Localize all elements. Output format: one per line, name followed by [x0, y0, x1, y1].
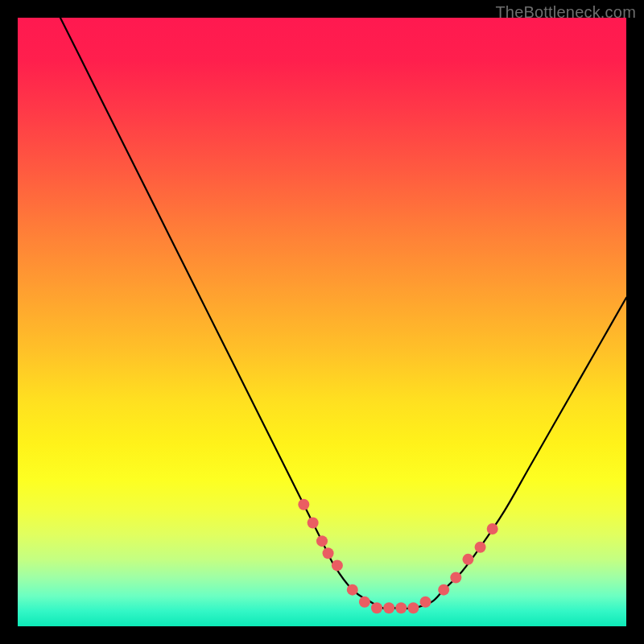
- bottleneck-curve: [60, 18, 626, 609]
- bead-marker: [371, 602, 382, 613]
- chart-stage: TheBottleneck.com: [0, 0, 644, 644]
- bead-marker: [450, 572, 461, 584]
- bead-marker: [298, 499, 309, 510]
- bead-marker: [438, 584, 449, 596]
- plot-area: [18, 18, 626, 626]
- bead-marker: [308, 517, 319, 528]
- bead-marker: [316, 535, 328, 547]
- bead-marker: [395, 602, 407, 613]
- bead-marker: [359, 597, 370, 608]
- bead-marker: [475, 542, 486, 553]
- bead-marker: [462, 554, 473, 565]
- bead-markers: [298, 499, 497, 614]
- watermark-text: TheBottleneck.com: [495, 3, 636, 22]
- bead-marker: [407, 602, 419, 613]
- bead-marker: [487, 523, 498, 535]
- bead-marker: [347, 584, 358, 596]
- bead-marker: [420, 597, 431, 608]
- curve-layer: [18, 18, 626, 626]
- bead-marker: [323, 547, 334, 559]
- bead-marker: [383, 602, 394, 613]
- bead-marker: [332, 559, 343, 571]
